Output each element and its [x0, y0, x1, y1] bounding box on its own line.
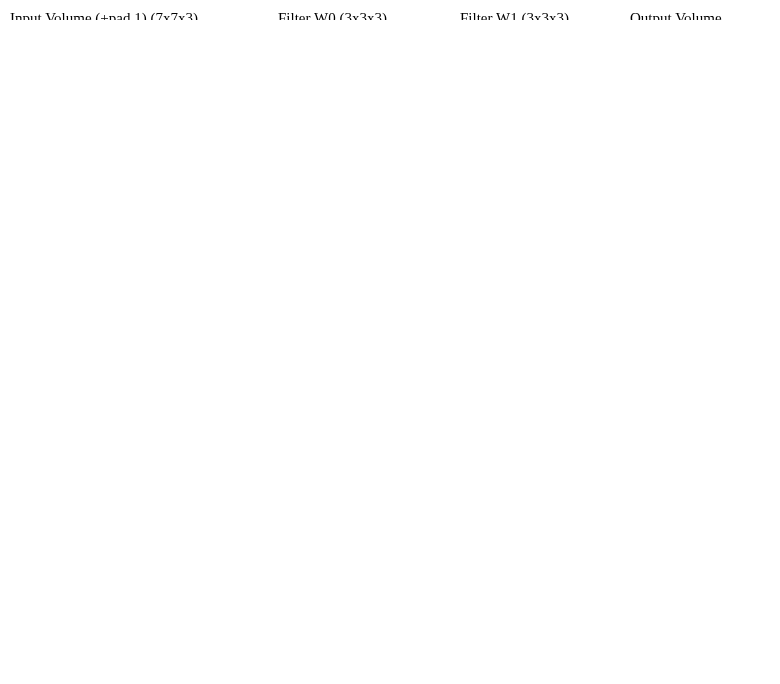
filter1-heading: Filter W1 (3x3x3): [460, 10, 600, 20]
output-column: Output Volume (3x3x2) o[:,:,0] 6753-1-12…: [630, 10, 770, 20]
input-heading: Input Volume (+pad 1) (7x7x3): [10, 10, 265, 20]
output-heading: Output Volume (3x3x2): [630, 10, 770, 20]
input-column: Input Volume (+pad 1) (7x7x3) x[:,:,0] 0…: [10, 10, 265, 20]
filter1-column: Filter W1 (3x3x3) w1[:,:,0] 11-1-1-110-1…: [460, 10, 600, 20]
filter0-heading: Filter W0 (3x3x3): [278, 10, 418, 20]
filter0-column: Filter W0 (3x3x3) w0[:,:,0] -110010011 w…: [278, 10, 418, 20]
